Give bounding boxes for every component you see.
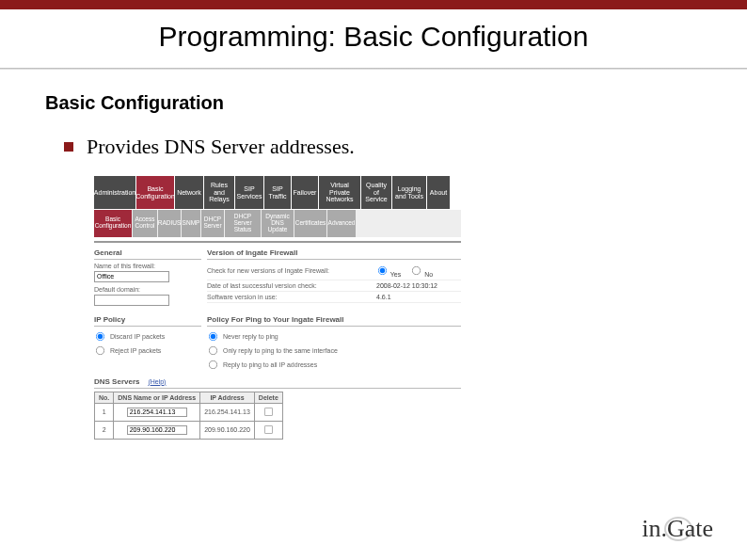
bullet-text: Provides DNS Server addresses. [87,135,355,159]
sub-tab-bar: Basic Configuration Access Control RADIU… [94,210,461,236]
dns-col-no: No. [95,392,114,403]
ping-never-radio[interactable] [209,331,217,340]
bullet-square-icon [64,142,73,152]
subtab-dynamic-dns-update[interactable]: Dynamic DNS Update [262,210,294,236]
ping-same-label: Only reply to ping to the same interface [223,347,338,354]
firewall-name-label: Name of this firewall: [94,263,201,269]
logo-in: in. [642,515,667,542]
ping-never-label: Never reply to ping [223,333,278,340]
version-check-label: Check for new versions of Ingate Firewal… [207,267,376,274]
dns-heading: DNS Servers (Help) [94,376,461,389]
subtab-basic-configuration[interactable]: Basic Configuration [94,210,132,236]
dns-col-delete: Delete [254,392,282,403]
ping-policy-heading: Policy For Ping to Your Ingate Firewall [207,313,461,327]
ping-all[interactable]: Reply to ping to all IP addresses [207,358,461,372]
tab-administration[interactable]: Administration [94,176,135,209]
reject-label: Reject IP packets [110,347,161,354]
last-check-value: 2008-02-12 10:30:12 [376,282,461,289]
dns-row-1: 1 216.254.141.13 [95,403,283,421]
version-check-no-radio[interactable] [412,265,421,274]
dns-row1-delete-checkbox[interactable] [264,407,273,415]
ping-same-interface[interactable]: Only reply to ping to the same interface [207,344,461,358]
tab-vpn[interactable]: Virtual Private Networks [319,176,360,209]
subtab-snmp[interactable]: SNMP [182,210,200,236]
main-tab-bar: Administration Basic Configuration Netwo… [94,176,461,209]
default-domain-input[interactable] [94,295,169,306]
top-accent-bar [0,0,747,9]
ping-same-radio[interactable] [209,345,217,354]
logo-ate: ate [685,515,713,542]
ip-policy-heading: IP Policy [94,313,201,327]
version-check-no-label[interactable]: No [410,264,433,278]
logo-g: G [667,515,685,542]
no-text: No [424,271,433,278]
bullet-item: Provides DNS Server addresses. [64,135,702,159]
subtab-dhcp-server[interactable]: DHCP Server [201,210,224,236]
tab-failover[interactable]: Failover [292,176,318,209]
firewall-name-input[interactable] [94,271,169,282]
slide-title: Programming: Basic Configuration [0,9,747,68]
ping-all-label: Reply to ping to all IP addresses [223,361,317,368]
ping-all-radio[interactable] [209,360,217,368]
dns-row-2: 2 209.90.160.220 [95,421,283,439]
dns-row1-ip: 216.254.141.13 [200,403,255,421]
version-check-yes-radio[interactable] [378,265,387,274]
subtab-advanced[interactable]: Advanced [327,210,356,236]
section-heading: Basic Configuration [45,92,702,114]
dns-row2-no: 2 [95,421,114,439]
version-heading: Version of Ingate Firewall [207,247,461,260]
sw-version-value: 4.6.1 [376,294,461,300]
dns-row2-delete-checkbox[interactable] [264,424,273,433]
dns-col-ip: IP Address [200,392,255,403]
tab-basic-configuration[interactable]: Basic Configuration [136,176,174,209]
reject-radio[interactable] [96,345,104,354]
dns-heading-text: DNS Servers [94,377,139,386]
dns-row1-no: 1 [95,403,114,421]
logo-g-icon: G [667,515,685,543]
ping-never[interactable]: Never reply to ping [207,329,461,344]
discard-label: Discard IP packets [110,333,165,340]
sw-version-label: Software version in use: [207,294,376,300]
config-screenshot: Administration Basic Configuration Netwo… [94,176,461,440]
subtab-access-control[interactable]: Access Control [133,210,157,236]
dns-help-link[interactable]: (Help) [148,378,166,385]
yes-text: Yes [390,271,401,278]
tab-qos[interactable]: Quality of Service [361,176,391,209]
dns-table: No. DNS Name or IP Address IP Address De… [94,392,283,440]
default-domain-label: Default domain: [94,286,201,293]
ip-policy-reject[interactable]: Reject IP packets [94,344,201,358]
discard-radio[interactable] [96,331,104,340]
tab-about[interactable]: About [427,176,450,209]
dns-row1-name-input[interactable] [127,408,187,417]
dns-row2-ip: 209.90.160.220 [200,421,255,439]
subtab-radius[interactable]: RADIUS [158,210,181,236]
ip-policy-discard[interactable]: Discard IP packets [94,329,201,344]
tab-logging[interactable]: Logging and Tools [392,176,426,209]
dns-col-name: DNS Name or IP Address [114,392,200,403]
tab-sip-traffic[interactable]: SIP Traffic [264,176,291,209]
last-check-label: Date of last successful version check: [207,282,376,289]
subtab-certificates[interactable]: Certificates [294,210,326,236]
version-check-yes-label[interactable]: Yes [376,264,401,278]
tab-network[interactable]: Network [175,176,203,209]
ingate-logo: in.Gate [642,515,713,543]
subtab-dhcp-server-status[interactable]: DHCP Server Status [225,210,261,236]
dns-row2-name-input[interactable] [127,425,187,435]
tab-sip-services[interactable]: SIP Services [235,176,263,209]
general-heading: General [94,247,201,260]
tab-rules-relays[interactable]: Rules and Relays [204,176,234,209]
